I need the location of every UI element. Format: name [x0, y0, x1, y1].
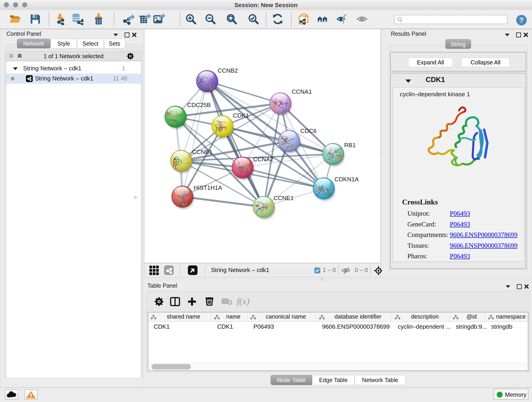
- svg-text:CCNB2: CCNB2: [218, 67, 238, 74]
- svg-text:CCNB1: CCNB1: [192, 148, 212, 155]
- svg-text:HIST1H1A: HIST1H1A: [194, 184, 222, 191]
- svg-text:RB1: RB1: [344, 142, 356, 148]
- svg-text:CCNA1: CCNA1: [292, 88, 312, 95]
- svg-text:CDC25B: CDC25B: [187, 102, 211, 108]
- svg-text:CDKN1A: CDKN1A: [335, 176, 359, 183]
- svg-text:CCNE1: CCNE1: [273, 195, 294, 201]
- svg-text:CDC6: CDC6: [300, 128, 317, 134]
- svg-text:CDK1: CDK1: [233, 112, 249, 119]
- svg-text:CCNA2: CCNA2: [253, 156, 273, 163]
